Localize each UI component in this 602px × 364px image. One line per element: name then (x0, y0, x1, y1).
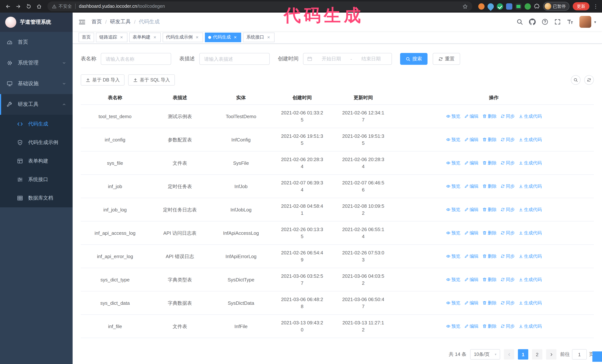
sidebar-subitem-api[interactable]: 系统接口 (0, 170, 73, 189)
action-edit-link[interactable]: 编辑 (464, 113, 478, 120)
action-edit-link[interactable]: 编辑 (464, 159, 478, 166)
action-preview-link[interactable]: 预览 (446, 136, 460, 143)
action-sync-link[interactable]: 同步 (500, 206, 515, 213)
action-sync-link[interactable]: 同步 (500, 253, 515, 260)
action-edit-link[interactable]: 编辑 (464, 323, 478, 330)
sidebar-logo[interactable]: 芋道管理系统 (0, 13, 73, 32)
action-edit-link[interactable]: 编辑 (464, 299, 478, 306)
browser-extension-icon[interactable] (486, 2, 495, 11)
tag-item[interactable]: 链路追踪× (96, 32, 128, 42)
refresh-table-button[interactable] (584, 75, 594, 85)
action-generate-link[interactable]: 生成代码 (518, 276, 542, 283)
home-icon[interactable] (34, 1, 44, 11)
browser-extension-icon[interactable] (478, 3, 484, 10)
browser-profile-chip[interactable]: 已暂停 (543, 2, 570, 11)
action-delete-link[interactable]: 删除 (482, 206, 497, 213)
search-button[interactable]: 搜索 (400, 53, 428, 65)
sidebar-subitem-form[interactable]: 表单构建 (0, 152, 73, 170)
action-preview-link[interactable]: 预览 (446, 323, 460, 330)
action-sync-link[interactable]: 同步 (500, 113, 515, 120)
chevron-down-icon[interactable]: ▾ (594, 20, 596, 24)
action-edit-link[interactable]: 编辑 (464, 229, 478, 236)
action-delete-link[interactable]: 删除 (482, 323, 497, 330)
action-preview-link[interactable]: 预览 (446, 206, 460, 213)
action-delete-link[interactable]: 删除 (482, 253, 497, 260)
close-icon[interactable]: × (233, 35, 238, 40)
import-sql-button[interactable]: 基于 SQL 导入 (128, 74, 175, 85)
action-sync-link[interactable]: 同步 (500, 159, 515, 166)
action-generate-link[interactable]: 生成代码 (518, 113, 542, 120)
sidebar-subitem-db-doc[interactable]: 数据库文档 (0, 189, 73, 207)
action-sync-link[interactable]: 同步 (500, 229, 515, 236)
prev-page-button[interactable] (504, 349, 514, 360)
action-delete-link[interactable]: 删除 (482, 229, 497, 236)
action-generate-link[interactable]: 生成代码 (518, 159, 542, 166)
action-delete-link[interactable]: 删除 (482, 276, 497, 283)
date-range-picker[interactable]: 开始日期 - 结束日期 (303, 53, 392, 65)
sidebar-toggle-icon[interactable] (78, 18, 86, 25)
help-icon[interactable] (542, 19, 548, 25)
action-preview-link[interactable]: 预览 (446, 299, 460, 306)
action-generate-link[interactable]: 生成代码 (518, 183, 542, 190)
close-icon[interactable]: × (152, 35, 157, 40)
action-edit-link[interactable]: 编辑 (464, 276, 478, 283)
action-preview-link[interactable]: 预览 (446, 276, 460, 283)
page-button-2[interactable]: 2 (532, 349, 542, 360)
action-generate-link[interactable]: 生成代码 (518, 229, 542, 236)
action-sync-link[interactable]: 同步 (500, 323, 515, 330)
action-generate-link[interactable]: 生成代码 (518, 253, 542, 260)
browser-extension-icon[interactable] (515, 3, 521, 10)
action-generate-link[interactable]: 生成代码 (518, 323, 542, 330)
tag-item[interactable]: 代码生成示例× (163, 32, 203, 42)
breadcrumb-item[interactable]: 首页 (92, 19, 102, 25)
reset-button[interactable]: 重置 (433, 53, 460, 65)
action-preview-link[interactable]: 预览 (446, 229, 460, 236)
toggle-search-button[interactable] (571, 75, 580, 85)
sidebar-subitem-example[interactable]: 代码生成示例 (0, 133, 73, 152)
action-preview-link[interactable]: 预览 (446, 253, 460, 260)
browser-extension-icon[interactable] (497, 3, 503, 10)
browser-extension-icon[interactable] (506, 3, 512, 10)
action-sync-link[interactable]: 同步 (500, 299, 515, 306)
browser-update-button[interactable]: 更新 (573, 2, 589, 10)
close-icon[interactable]: × (119, 35, 124, 40)
action-edit-link[interactable]: 编辑 (464, 206, 478, 213)
github-icon[interactable] (529, 19, 536, 25)
close-icon[interactable]: × (266, 35, 271, 40)
table-name-input[interactable] (101, 53, 171, 65)
action-generate-link[interactable]: 生成代码 (518, 136, 542, 143)
tag-item[interactable]: 系统接口× (243, 32, 275, 42)
sidebar-item-tools[interactable]: 研发工具 (0, 94, 73, 115)
font-size-icon[interactable] (567, 19, 573, 25)
user-avatar[interactable] (580, 16, 591, 28)
action-delete-link[interactable]: 删除 (482, 183, 497, 190)
sidebar-item-infra[interactable]: 基础设施 (0, 73, 73, 94)
action-preview-link[interactable]: 预览 (446, 113, 460, 120)
goto-page-input[interactable] (572, 349, 587, 360)
breadcrumb-item[interactable]: 研发工具 (110, 19, 131, 25)
page-button-1[interactable]: 1 (518, 349, 528, 360)
action-sync-link[interactable]: 同步 (500, 276, 515, 283)
fullscreen-icon[interactable] (554, 19, 561, 25)
action-sync-link[interactable]: 同步 (500, 136, 515, 143)
puzzle-extensions-icon[interactable] (534, 3, 540, 10)
tag-item[interactable]: 表单构建× (129, 32, 161, 42)
forward-icon[interactable] (13, 1, 23, 11)
sidebar-item-home[interactable]: 首页 (0, 32, 73, 52)
action-sync-link[interactable]: 同步 (500, 183, 515, 190)
back-icon[interactable] (3, 1, 13, 11)
floating-widget[interactable] (592, 351, 602, 362)
action-edit-link[interactable]: 编辑 (464, 136, 478, 143)
tag-item[interactable]: 首页 (78, 32, 94, 42)
reload-icon[interactable] (24, 1, 33, 11)
action-delete-link[interactable]: 删除 (482, 136, 497, 143)
action-edit-link[interactable]: 编辑 (464, 253, 478, 260)
table-desc-input[interactable] (199, 53, 270, 65)
action-generate-link[interactable]: 生成代码 (518, 299, 542, 306)
browser-extension-icon[interactable] (524, 3, 531, 10)
sidebar-subitem-code[interactable]: 代码生成 (0, 115, 73, 133)
bookmark-star-icon[interactable] (462, 3, 468, 9)
action-preview-link[interactable]: 预览 (446, 183, 460, 190)
address-bar[interactable]: 不安全 dashboard.yudao.iocoder.cn/tool/code… (47, 1, 472, 11)
action-generate-link[interactable]: 生成代码 (518, 206, 542, 213)
